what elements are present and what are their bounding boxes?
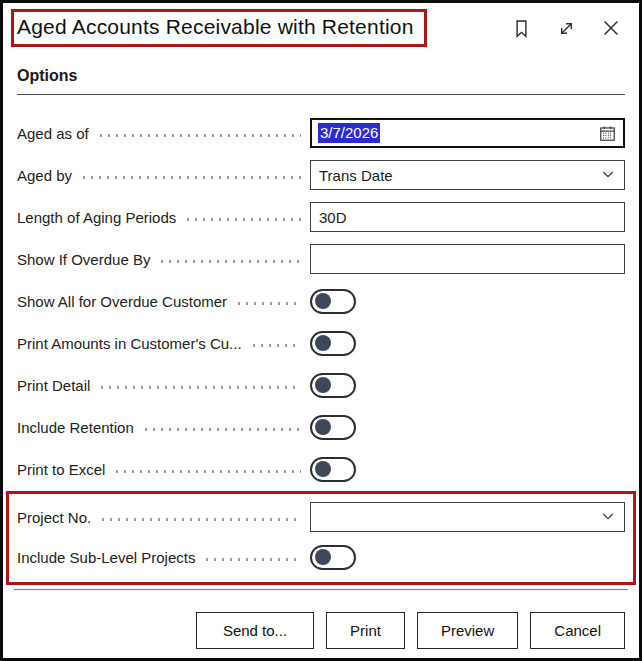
field-label: Show If Overdue By [17, 251, 150, 268]
field-label: Print to Excel [17, 461, 105, 478]
dotted-leader [250, 344, 301, 347]
options-fields: Aged as of 3/7/2026 [17, 118, 625, 585]
print-to-excel-toggle[interactable] [310, 457, 356, 482]
toggle-knob [315, 461, 331, 477]
print-detail-toggle[interactable] [310, 373, 356, 398]
field-row-show-all-for-overdue-customer: Show All for Overdue Customer [17, 286, 625, 316]
dialog-header: Aged Accounts Receivable with Retention [17, 9, 625, 47]
expand-icon[interactable] [554, 16, 578, 40]
project-no-select[interactable] [310, 502, 625, 532]
field-row-print-detail: Print Detail [17, 370, 625, 400]
field-row-include-retention: Include Retention [17, 412, 625, 442]
field-label: Aged as of [17, 125, 89, 142]
field-row-aged-as-of: Aged as of 3/7/2026 [17, 118, 625, 148]
field-label: Length of Aging Periods [17, 209, 176, 226]
field-label: Aged by [17, 167, 72, 184]
footer-buttons: Send to... Print Preview Cancel [17, 612, 625, 649]
show-all-for-overdue-customer-toggle[interactable] [310, 289, 356, 314]
print-amounts-in-customers-currency-toggle[interactable] [310, 331, 356, 356]
dotted-leader [97, 134, 301, 137]
print-button[interactable]: Print [326, 612, 405, 649]
include-retention-toggle[interactable] [310, 415, 356, 440]
field-row-print-to-excel: Print to Excel [17, 454, 625, 484]
dotted-leader [98, 386, 301, 389]
dotted-leader [80, 176, 301, 179]
calendar-icon[interactable] [598, 124, 617, 143]
field-label: Print Detail [17, 377, 90, 394]
dotted-leader [235, 302, 301, 305]
field-row-show-if-overdue-by: Show If Overdue By [17, 244, 625, 274]
footer-divider [14, 589, 628, 590]
aged-as-of-input[interactable]: 3/7/2026 [310, 118, 625, 148]
toggle-knob [315, 335, 331, 351]
options-section-header: Options [17, 67, 625, 95]
field-label: Include Retention [17, 419, 134, 436]
field-row-include-sub-level-projects: Include Sub-Level Projects [17, 542, 625, 572]
date-value-selected: 3/7/2026 [318, 123, 380, 143]
include-sub-level-projects-toggle[interactable] [310, 545, 356, 570]
field-label: Project No. [17, 509, 91, 526]
toggle-knob [315, 377, 331, 393]
dialog-title: Aged Accounts Receivable with Retention [17, 15, 414, 39]
aged-by-select[interactable]: Trans Date [310, 160, 625, 190]
field-label: Include Sub-Level Projects [17, 549, 195, 566]
title-annotation-box: Aged Accounts Receivable with Retention [11, 9, 427, 47]
dotted-leader [158, 260, 301, 263]
select-value: Trans Date [319, 167, 393, 184]
report-options-dialog: Aged Accounts Receivable with Retention [0, 0, 642, 661]
send-to-button[interactable]: Send to... [196, 612, 314, 649]
toggle-knob [315, 293, 331, 309]
dotted-leader [184, 218, 301, 221]
toggle-knob [315, 549, 331, 565]
fields-annotation-box: Project No. Include Sub-Level Projects [6, 491, 636, 585]
dotted-leader [99, 518, 301, 521]
dotted-leader [142, 428, 301, 431]
header-icons [509, 16, 625, 40]
bookmark-icon[interactable] [509, 16, 533, 40]
dotted-leader [113, 470, 301, 473]
section-title: Options [17, 67, 625, 85]
field-row-project-no: Project No. [17, 502, 625, 532]
field-label: Print Amounts in Customer's Cu... [17, 335, 242, 352]
toggle-knob [315, 419, 331, 435]
field-row-print-amounts-in-customers-currency: Print Amounts in Customer's Cu... [17, 328, 625, 358]
field-row-aged-by: Aged by Trans Date [17, 160, 625, 190]
field-label: Show All for Overdue Customer [17, 293, 227, 310]
close-icon[interactable] [599, 16, 623, 40]
show-if-overdue-by-input[interactable] [310, 244, 625, 274]
chevron-down-icon [600, 166, 616, 185]
chevron-down-icon [600, 508, 616, 527]
cancel-button[interactable]: Cancel [530, 612, 625, 649]
dialog-footer: Send to... Print Preview Cancel [17, 589, 625, 649]
field-row-length-of-aging-periods: Length of Aging Periods [17, 202, 625, 232]
length-of-aging-periods-input[interactable] [310, 202, 625, 232]
preview-button[interactable]: Preview [417, 612, 518, 649]
dotted-leader [203, 558, 301, 561]
